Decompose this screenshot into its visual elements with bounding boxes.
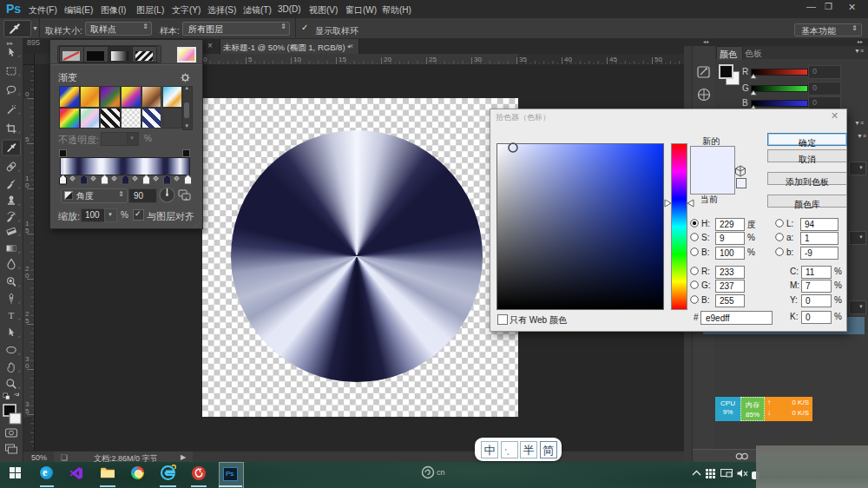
svg-text:5: 5	[25, 317, 30, 325]
svg-text:25: 25	[429, 56, 437, 63]
svg-text:0: 0	[25, 272, 30, 280]
svg-text:5: 5	[248, 56, 253, 63]
svg-text:0: 0	[25, 181, 30, 189]
svg-text:10: 10	[293, 56, 301, 63]
svg-text:20: 20	[384, 56, 391, 63]
svg-text:35: 35	[519, 56, 527, 63]
svg-text:5: 5	[25, 227, 30, 234]
svg-text:▸▸: ▸▸	[7, 40, 14, 46]
svg-text:T: T	[8, 310, 14, 320]
svg-text:0: 0	[25, 362, 30, 370]
svg-text:40: 40	[564, 56, 572, 63]
svg-text:45: 45	[609, 56, 617, 63]
svg-text:15: 15	[339, 56, 346, 63]
svg-text:0: 0	[25, 90, 30, 98]
svg-text:5: 5	[25, 135, 30, 143]
svg-text:0: 0	[203, 56, 207, 63]
svg-text:5: 5	[25, 407, 30, 415]
svg-text:50: 50	[654, 56, 662, 63]
svg-text:30: 30	[474, 56, 482, 63]
